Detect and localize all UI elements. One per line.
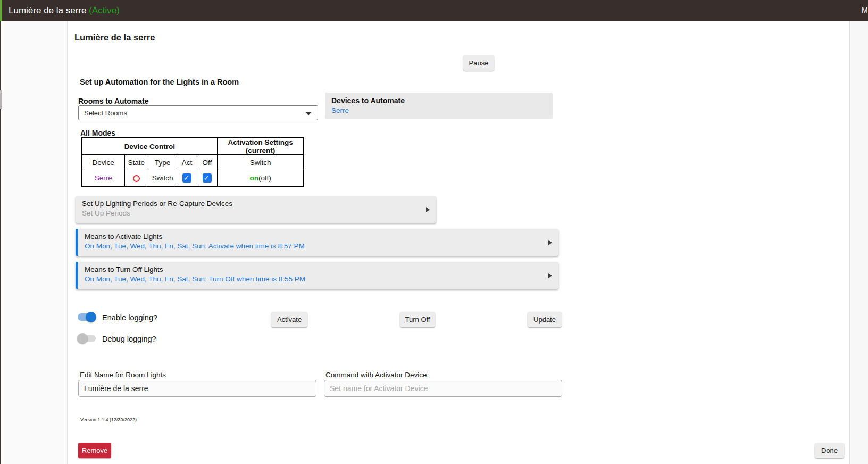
header-accent-stripe	[0, 0, 2, 21]
header-bar: Lumière de la serre (Active) M	[0, 0, 868, 21]
chevron-right-icon	[548, 240, 552, 245]
debug-logging-label: Debug logging?	[102, 335, 156, 343]
pause-button[interactable]: Pause	[463, 55, 494, 71]
col-header-state: State	[124, 155, 148, 170]
toggle-knob	[86, 312, 96, 322]
act-checkbox[interactable]: ✓	[182, 173, 191, 183]
chevron-down-icon	[306, 112, 311, 115]
room-lights-name-input[interactable]	[78, 380, 316, 397]
switch-on-value: on	[249, 174, 258, 182]
status-badge: (Active)	[89, 5, 120, 15]
version-text: Version 1.1.4 (12/30/2022)	[80, 417, 137, 422]
right-gutter	[849, 21, 868, 464]
page-title: Lumière de la serre	[74, 32, 155, 43]
menu-clipped-label[interactable]: M	[862, 6, 868, 14]
col-header-off: Off	[197, 155, 218, 170]
device-state-icon	[133, 175, 140, 182]
means-turnoff-title: Means to Turn Off Lights	[85, 266, 552, 274]
means-to-activate-section[interactable]: Means to Activate Lights On Mon, Tue, We…	[76, 229, 558, 256]
devices-to-automate-label: Devices to Automate	[331, 96, 546, 105]
col-header-type: Type	[148, 155, 177, 170]
check-icon: ✓	[183, 173, 189, 183]
activator-device-label: Command with Activator Device:	[326, 371, 429, 379]
chevron-right-icon	[426, 207, 430, 212]
enable-logging-toggle[interactable]	[77, 312, 96, 322]
activator-device-input[interactable]	[324, 380, 562, 397]
app-title-text: Lumière de la serre	[9, 5, 86, 15]
device-type-cell: Switch	[148, 170, 177, 187]
setup-periods-subtitle: Set Up Periods	[82, 209, 430, 217]
col-header-switch: Switch	[218, 155, 304, 170]
rooms-to-automate-label: Rooms to Automate	[78, 97, 148, 105]
turn-off-button[interactable]: Turn Off	[400, 312, 435, 327]
app-window: Lumière de la serre (Active) M Lumière d…	[0, 0, 868, 464]
rooms-select-value: Select Rooms	[84, 109, 127, 117]
toggle-knob	[77, 333, 88, 344]
debug-logging-toggle[interactable]	[77, 333, 96, 344]
col-header-act: Act	[177, 155, 197, 170]
remove-button[interactable]: Remove	[78, 443, 111, 458]
left-sidebar	[0, 21, 68, 464]
left-edge-strip	[0, 21, 1, 464]
group-header-device-control: Device Control	[82, 138, 218, 155]
all-modes-label: All Modes	[80, 129, 115, 137]
devices-to-automate-panel: Devices to Automate Serre	[325, 93, 553, 119]
chevron-right-icon	[548, 273, 552, 278]
off-checkbox[interactable]: ✓	[203, 173, 212, 183]
done-button[interactable]: Done	[815, 443, 844, 458]
edit-name-label: Edit Name for Room Lights	[80, 371, 166, 379]
switch-off-value: (off)	[258, 174, 271, 182]
enable-logging-label: Enable logging?	[102, 313, 157, 322]
setup-periods-section[interactable]: Set Up Lighting Periods or Re-Capture De…	[76, 196, 436, 223]
group-header-activation-settings: Activation Settings (current)	[218, 138, 304, 155]
rooms-select[interactable]: Select Rooms	[78, 105, 318, 120]
means-turnoff-rule: On Mon, Tue, Wed, Thu, Fri, Sat, Sun: Tu…	[85, 275, 552, 283]
app-title: Lumière de la serre (Active)	[9, 5, 120, 16]
update-button[interactable]: Update	[528, 312, 562, 327]
table-row: Serre Switch ✓ ✓ on(off)	[82, 170, 304, 187]
left-scrollbar-thumb[interactable]	[0, 90, 2, 109]
device-name-link[interactable]: Serre	[95, 174, 112, 182]
means-activate-rule: On Mon, Tue, Wed, Thu, Fri, Sat, Sun: Ac…	[85, 242, 552, 250]
means-activate-title: Means to Activate Lights	[85, 233, 552, 241]
check-icon: ✓	[204, 173, 210, 183]
setup-periods-title: Set Up Lighting Periods or Re-Capture De…	[82, 200, 430, 208]
device-link-serre[interactable]: Serre	[331, 106, 546, 114]
col-header-device: Device	[82, 155, 124, 170]
section-heading: Set up Automation for the Lights in a Ro…	[80, 78, 239, 86]
switch-setting-cell: on(off)	[218, 170, 304, 187]
device-control-table: Device Control Activation Settings (curr…	[81, 137, 304, 187]
means-to-turnoff-section[interactable]: Means to Turn Off Lights On Mon, Tue, We…	[76, 262, 558, 289]
activate-button[interactable]: Activate	[271, 312, 307, 327]
